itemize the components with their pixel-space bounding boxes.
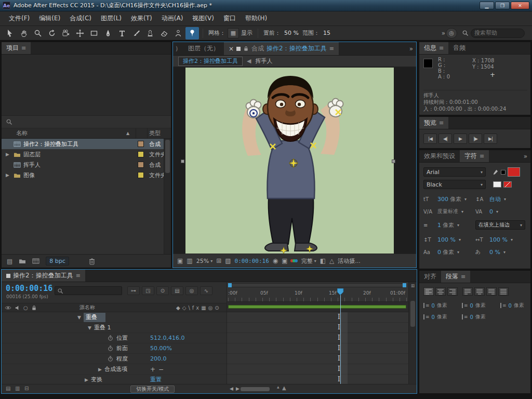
stopwatch-icon[interactable]: [108, 356, 113, 362]
puppet-pin-tool-icon[interactable]: [185, 27, 199, 39]
panel-menu-icon[interactable]: ≡: [439, 45, 444, 51]
roto-brush-tool-icon[interactable]: [171, 27, 185, 39]
project-item[interactable]: 操作2：操控叠加工具 合成: [2, 139, 164, 149]
panel-resize-handle[interactable]: [181, 159, 184, 163]
camera-select[interactable]: 活动摄...: [338, 257, 361, 265]
project-item[interactable]: 挥手人 合成: [2, 159, 164, 170]
row-label[interactable]: 变换: [91, 376, 102, 383]
row-value[interactable]: 50.00%: [150, 345, 172, 352]
tab-overflow-icon[interactable]: »: [521, 150, 530, 162]
mesh-show-label[interactable]: 显示: [241, 29, 252, 37]
justify-last-left-icon[interactable]: [462, 287, 473, 296]
tab-overflow-icon[interactable]: »: [406, 42, 416, 55]
region-of-interest-icon[interactable]: ◧: [320, 257, 326, 264]
tsume-field[interactable]: あ0 %▾: [475, 248, 525, 256]
selection-tool-icon[interactable]: [3, 27, 17, 39]
align-center-icon[interactable]: [435, 287, 446, 296]
menu-file[interactable]: 文件(F): [4, 14, 34, 23]
stroke-mode-select[interactable]: 在填充上描边▾: [475, 220, 525, 230]
camera-tool-icon[interactable]: [59, 27, 73, 39]
track-row[interactable]: I: [227, 333, 408, 343]
text-tool-icon[interactable]: [115, 27, 129, 39]
font-style-select[interactable]: Black▾: [423, 180, 486, 189]
eyedropper-icon[interactable]: [492, 169, 499, 176]
navigator-end-handle[interactable]: [403, 283, 406, 287]
project-scrollbar[interactable]: [164, 139, 171, 254]
last-frame-button[interactable]: ▶|: [484, 134, 497, 144]
show-snapshot-icon[interactable]: ▣: [282, 257, 287, 264]
shape-tool-icon[interactable]: [87, 27, 101, 39]
timeline-row[interactable]: ▶ 变换 重置: [2, 375, 227, 385]
track-row[interactable]: I: [227, 364, 408, 375]
show-channel-icon[interactable]: [291, 259, 298, 262]
composition-canvas[interactable]: [185, 68, 394, 254]
project-item[interactable]: ▶ 图像 文件夹: [2, 170, 164, 180]
track-row[interactable]: I: [227, 375, 408, 385]
menu-layer[interactable]: 图层(L): [96, 14, 126, 23]
zoom-tool-icon[interactable]: [31, 27, 45, 39]
mesh-toggle-icon[interactable]: ▦: [228, 28, 239, 38]
eraser-tool-icon[interactable]: [157, 27, 171, 39]
kerning-field[interactable]: V/A度量标准▾: [423, 208, 473, 215]
label-color-chip[interactable]: [138, 141, 144, 147]
fill-color-swatch[interactable]: [508, 167, 520, 177]
timeline-row[interactable]: 位置 512.0,416.0: [2, 333, 227, 343]
default-fill-icon[interactable]: [501, 170, 506, 175]
timeline-row[interactable]: ▶ 合成选项 +−: [2, 364, 227, 375]
space-before-field[interactable]: ≡0像素: [462, 302, 494, 309]
twirl-right-icon[interactable]: ▶: [6, 172, 11, 178]
timeline-row[interactable]: ▼ 重叠 1: [2, 323, 227, 333]
video-column-icon[interactable]: [5, 305, 11, 310]
justify-last-right-icon[interactable]: [486, 287, 497, 296]
remove-icon[interactable]: −: [158, 366, 164, 373]
tab-character[interactable]: 字符≡: [460, 150, 489, 162]
row-value[interactable]: 重置: [150, 376, 162, 383]
tab-project[interactable]: 项目≡: [2, 42, 31, 54]
interpret-footage-icon[interactable]: ▤: [7, 258, 12, 265]
toolbar-overflow-icon[interactable]: »: [442, 30, 445, 37]
panel-menu-icon[interactable]: ≡: [76, 272, 81, 279]
expand-render-icon[interactable]: ⊟: [24, 385, 29, 391]
stopwatch-icon[interactable]: [108, 345, 113, 351]
mask-visibility-icon[interactable]: ▧: [225, 257, 231, 264]
maximize-button[interactable]: ❐: [495, 2, 510, 9]
first-line-indent-field[interactable]: ≡0像素: [423, 313, 456, 321]
tab-audio[interactable]: 音频: [448, 42, 470, 54]
project-search-input[interactable]: [16, 118, 167, 125]
timeline-search-input[interactable]: [65, 288, 119, 294]
menu-animation[interactable]: 动画(A): [157, 14, 188, 23]
label-color-chip[interactable]: [138, 162, 144, 168]
viewer-timecode[interactable]: 0:00:00:16: [235, 258, 269, 264]
vertical-scale-field[interactable]: ↕T100 %▾: [423, 236, 473, 243]
indent-left-field[interactable]: ≡0像素: [423, 302, 456, 309]
track-row[interactable]: I: [227, 312, 408, 323]
stopwatch-icon[interactable]: [108, 335, 113, 341]
project-item[interactable]: ▶ 固态层 文件夹: [2, 149, 164, 159]
trash-icon[interactable]: [89, 258, 95, 265]
panel-menu-icon[interactable]: ≡: [21, 45, 26, 51]
panel-menu-icon[interactable]: ≡: [329, 45, 334, 52]
solo-column-icon[interactable]: ○: [23, 305, 28, 311]
stroke-over-fill-swatch[interactable]: [503, 181, 512, 188]
twirl-down-icon[interactable]: ▼: [77, 315, 81, 320]
lock-column-icon[interactable]: [31, 305, 37, 311]
play-button[interactable]: ▶: [454, 134, 467, 144]
close-button[interactable]: ✕: [511, 2, 529, 9]
draft-3d-icon[interactable]: ◳: [142, 286, 154, 295]
row-label[interactable]: 位置: [116, 334, 128, 342]
exposure-icon[interactable]: △: [329, 257, 334, 264]
track-row[interactable]: I: [227, 354, 408, 364]
close-tab-icon[interactable]: ×: [229, 45, 234, 52]
sort-asc-icon[interactable]: ▲: [126, 131, 129, 136]
brush-tool-icon[interactable]: [129, 27, 143, 39]
panel-resize-handle[interactable]: [392, 159, 395, 163]
timeline-row[interactable]: ▼ 重叠: [2, 312, 227, 323]
hand-tool-icon[interactable]: [17, 27, 31, 39]
row-label[interactable]: 合成选项: [104, 365, 127, 373]
range-value[interactable]: 15: [323, 30, 330, 36]
current-timecode[interactable]: 0:00:00:16: [6, 284, 52, 293]
new-composition-icon[interactable]: [32, 258, 39, 264]
work-area-bar[interactable]: [228, 305, 406, 309]
shy-layers-icon[interactable]: ⊙: [156, 286, 169, 295]
baseline-shift-field[interactable]: Aa0像素▾: [423, 248, 473, 256]
